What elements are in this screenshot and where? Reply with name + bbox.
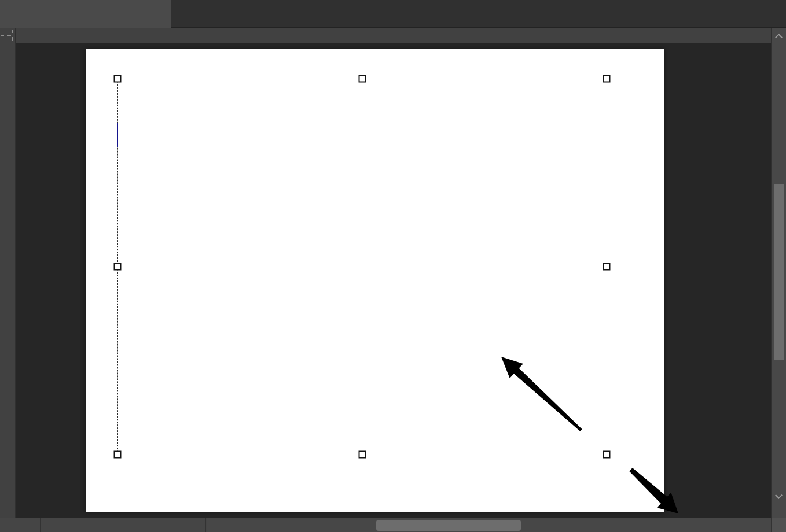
vertical-scrollbar[interactable]	[771, 28, 786, 518]
scroll-up-icon[interactable]	[775, 34, 783, 41]
ruler-origin-box[interactable]	[0, 28, 16, 43]
handle-top-left[interactable]	[114, 75, 122, 83]
ruler-origin-crosshair-v	[12, 29, 13, 42]
handle-bottom-left[interactable]	[114, 451, 122, 459]
text-insertion-caret	[117, 123, 118, 147]
scrollbar-corner	[771, 518, 786, 532]
zoom-level-field[interactable]	[0, 518, 41, 532]
handle-bottom-right[interactable]	[603, 451, 611, 459]
handle-top-center[interactable]	[359, 75, 366, 83]
document-tab[interactable]	[0, 0, 171, 28]
handle-middle-left[interactable]	[114, 263, 122, 271]
handle-bottom-center[interactable]	[359, 451, 366, 459]
canvas[interactable]	[86, 49, 664, 512]
horizontal-ruler[interactable]	[0, 28, 771, 43]
vertical-ruler[interactable]	[0, 43, 16, 518]
handle-top-right[interactable]	[603, 75, 611, 83]
horizontal-scrollbar-thumb[interactable]	[376, 520, 521, 531]
text-bounding-box	[117, 79, 607, 455]
document-pasteboard[interactable]	[16, 43, 771, 518]
vertical-scrollbar-thumb[interactable]	[774, 184, 784, 360]
document-tab-bar	[0, 0, 786, 28]
handle-middle-right[interactable]	[603, 263, 611, 271]
photoshop-window	[0, 0, 786, 532]
scroll-down-icon[interactable]	[775, 492, 783, 499]
ruler-origin-crosshair-h	[1, 35, 12, 36]
status-bar	[0, 518, 786, 532]
document-info[interactable]	[41, 518, 206, 532]
horizontal-scrollbar[interactable]	[207, 518, 771, 532]
